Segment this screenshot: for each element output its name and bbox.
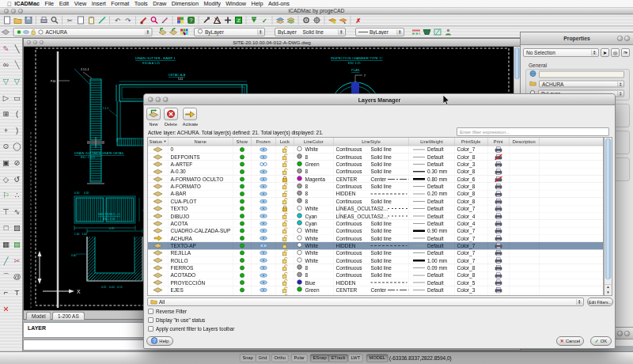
frozen-icon[interactable] (252, 227, 276, 234)
print-style[interactable]: Color_3 (455, 286, 488, 294)
panel2-collapse-icon[interactable] (624, 331, 630, 336)
check-icon[interactable]: ✓ (260, 16, 271, 25)
lock-icon[interactable] (276, 161, 294, 168)
activate-layer-button[interactable] (183, 108, 197, 120)
print-icon[interactable] (488, 242, 510, 249)
layer-row-TEXTO[interactable]: TEXTOWhiteLÍNEAS_OCULTAS2...DefaultColor… (148, 205, 603, 212)
show-icon[interactable] (233, 294, 252, 295)
print-style[interactable]: Color_7 (455, 227, 488, 234)
print-style[interactable]: Color_8 (455, 169, 488, 176)
paste-icon[interactable] (86, 16, 97, 25)
erase-icon[interactable]: ✕ (1, 301, 11, 318)
gear2-icon[interactable] (312, 16, 323, 25)
layer-row-DIBUJO[interactable]: DIBUJOCyanLÍNEAS_OCULTAS2...DefaultColor… (148, 213, 603, 220)
line-weight[interactable]: 0.90 mm (409, 227, 455, 234)
line-color[interactable]: White (294, 146, 334, 154)
line-weight[interactable]: Default (409, 220, 455, 227)
delete-layer-button[interactable] (164, 108, 178, 120)
layers-manager-icon[interactable] (0, 27, 11, 36)
frozen-icon[interactable] (252, 271, 276, 279)
show-icon[interactable] (233, 205, 252, 212)
print-icon[interactable] (39, 16, 50, 25)
trim-icon[interactable]: ✂ (12, 252, 22, 269)
line-style[interactable]: ContinuousSolid line (334, 235, 410, 242)
frozen-icon[interactable] (252, 205, 276, 212)
redline-icon[interactable] (138, 16, 150, 25)
line-diag-icon[interactable]: ╱ (1, 252, 11, 269)
frozen-icon[interactable] (252, 198, 276, 205)
lock-icon[interactable] (276, 242, 294, 249)
layer-row-DEFPOINTS[interactable]: DEFPOINTS8ContinuousSolid lineDefaultCol… (148, 154, 603, 161)
tool-flag-icon[interactable] (212, 16, 223, 25)
print-style[interactable]: Color_8 (455, 271, 488, 279)
line-weight[interactable]: 1.00 mm (409, 257, 455, 264)
line-color[interactable]: Cyan (294, 213, 334, 220)
print-icon[interactable] (488, 286, 510, 294)
show-icon[interactable] (233, 257, 252, 264)
revcloud-icon[interactable]: ↺ (12, 171, 22, 188)
menu-add-ons[interactable]: Add-ons (268, 1, 290, 7)
line-weight[interactable]: 0.09 mm (409, 264, 455, 271)
line-style[interactable]: ContinuousSolid line (334, 227, 410, 234)
line-color[interactable]: Blue (294, 279, 334, 286)
frozen-icon[interactable] (252, 220, 276, 227)
line-style[interactable]: ContinuousSolid line (334, 249, 410, 256)
lock-icon[interactable] (276, 198, 294, 205)
ok-button[interactable]: ✓OK (590, 336, 612, 346)
line-weight[interactable]: Default (409, 213, 455, 220)
show-icon[interactable] (233, 235, 252, 242)
panel-collapse-icon[interactable] (624, 36, 630, 41)
print-icon[interactable] (488, 213, 510, 220)
line-color[interactable]: White (294, 227, 334, 234)
show-icon[interactable] (233, 279, 252, 286)
text-icon[interactable]: T (12, 285, 22, 301)
layer-pair2-icon[interactable] (286, 16, 297, 25)
line-style[interactable]: ContinuousSolid line (334, 169, 410, 176)
frozen-icon[interactable] (252, 176, 276, 183)
lock-icon[interactable] (276, 220, 294, 227)
line-color[interactable]: Green (294, 161, 334, 168)
line-style[interactable]: HIDDEN (334, 279, 410, 286)
show-icon[interactable] (233, 242, 252, 249)
layers-table-scrollbar[interactable]: ▲▼ (604, 137, 612, 296)
line-weight[interactable]: 0.30 mm (409, 169, 455, 176)
open-file-icon[interactable] (13, 16, 24, 25)
print-style[interactable]: Color_4 (455, 220, 488, 227)
polygon-icon[interactable]: ▽ (12, 73, 22, 89)
column-header-status[interactable]: Status ▼ (148, 138, 169, 146)
line-color[interactable]: White (294, 242, 334, 249)
lock-icon[interactable] (276, 271, 294, 279)
new-file-icon[interactable] (2, 16, 13, 25)
line-weight[interactable]: Default (409, 286, 455, 294)
print-icon[interactable] (488, 154, 510, 161)
tab-model[interactable]: Model (26, 312, 51, 320)
layer-row-A-FORMATO[interactable]: A-FORMATO8ContinuousSolid lineDefaultCol… (148, 183, 603, 190)
show-icon[interactable] (233, 264, 252, 271)
statusbar-grid[interactable]: Grid (256, 355, 270, 362)
show-icon[interactable] (233, 249, 252, 256)
menu-view[interactable]: View (74, 1, 87, 7)
line-style[interactable]: CENTERCenter (334, 286, 410, 294)
cut-icon[interactable]: ✂ (65, 16, 76, 25)
print-style[interactable]: Color_8 (455, 191, 488, 198)
statusbar-snap[interactable]: Snap (240, 355, 256, 362)
menu-file[interactable]: File (44, 1, 54, 7)
rect-rounded-icon[interactable]: ▣ (1, 154, 11, 171)
line-style[interactable]: ContinuousSolid line (334, 257, 410, 264)
layer-row-EJES[interactable]: EJESGreenCENTERCenterDefaultColor_3 (148, 286, 603, 294)
layer-row-PROYECCIÓN[interactable]: PROYECCIÓNBlueHIDDENDefaultColor_5 (148, 279, 603, 286)
line-weight[interactable]: Default (409, 279, 455, 286)
paint-properties-icon[interactable]: ✑ (621, 48, 630, 57)
menu-modify[interactable]: Modify (203, 1, 220, 7)
frozen-icon[interactable] (252, 183, 276, 190)
line-color[interactable]: 8 (294, 271, 334, 279)
zoom-pink-icon[interactable] (149, 16, 160, 25)
panel2-close-icon[interactable] (617, 331, 623, 336)
lock-icon[interactable] (276, 183, 294, 190)
layer-row-ACOTADO[interactable]: ACOTADO8ContinuousSolid lineDefaultColor… (148, 271, 603, 279)
layer-tool-1-icon[interactable] (157, 27, 169, 36)
statusbar-model[interactable]: MODEL (366, 355, 388, 362)
print-style[interactable]: Color_6 (455, 176, 488, 183)
line-weight[interactable]: Default (409, 242, 455, 249)
print-style[interactable]: Color_7 (455, 205, 488, 212)
